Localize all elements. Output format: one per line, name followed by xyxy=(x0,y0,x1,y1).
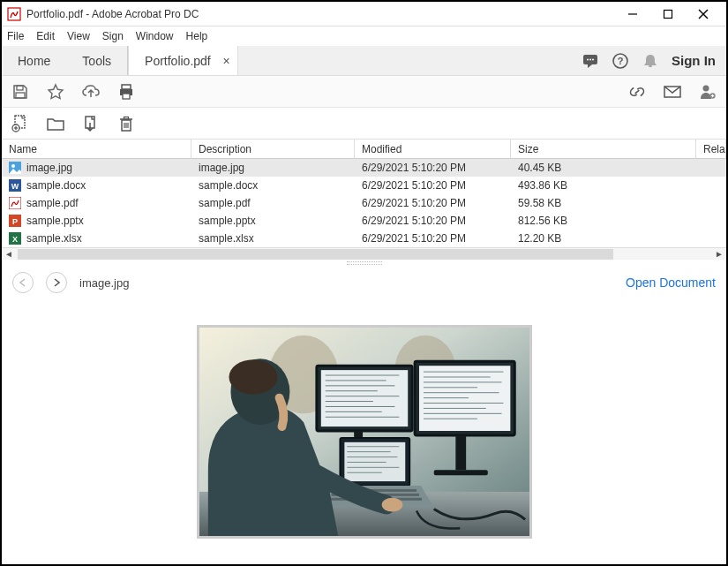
svg-point-33 xyxy=(11,164,15,168)
cell-relationship xyxy=(696,212,726,230)
svg-rect-69 xyxy=(433,470,487,475)
preview-pane xyxy=(2,298,726,564)
cell-size: 812.56 KB xyxy=(511,212,696,230)
tab-bar: Home Tools Portfolio.pdf × ? Sign In xyxy=(2,46,726,76)
docx-file-icon: W xyxy=(9,179,21,192)
maximize-button[interactable] xyxy=(650,3,686,26)
cell-name: sample.docx xyxy=(26,179,86,192)
add-file-icon[interactable] xyxy=(11,114,30,133)
menu-window[interactable]: Window xyxy=(136,30,174,42)
horizontal-scrollbar[interactable]: ◄ ► xyxy=(2,247,726,260)
open-document-link[interactable]: Open Document xyxy=(626,275,716,290)
svg-text:W: W xyxy=(11,182,19,191)
window-controls xyxy=(615,3,721,26)
preview-back-button[interactable] xyxy=(12,272,34,293)
close-button[interactable] xyxy=(686,3,721,26)
menubar: File Edit View Sign Window Help xyxy=(2,26,726,46)
pdf-file-icon xyxy=(9,197,21,209)
cell-name: sample.pptx xyxy=(26,215,84,227)
cell-relationship xyxy=(696,159,726,177)
cell-desc: sample.xlsx xyxy=(191,230,355,247)
cell-desc: sample.docx xyxy=(191,177,355,194)
bell-icon[interactable] xyxy=(642,52,659,70)
trash-icon[interactable] xyxy=(116,114,136,133)
menu-sign[interactable]: Sign xyxy=(102,30,124,42)
svg-point-17 xyxy=(703,85,709,91)
jpg-file-icon xyxy=(9,162,21,174)
xlsx-file-icon: X xyxy=(9,232,21,245)
svg-text:P: P xyxy=(12,217,18,226)
col-modified[interactable]: Modified xyxy=(355,140,511,159)
svg-rect-46 xyxy=(320,370,407,426)
tab-close-icon[interactable]: × xyxy=(223,54,230,68)
folder-icon[interactable] xyxy=(46,114,65,133)
help-icon[interactable]: ? xyxy=(612,52,629,70)
save-icon[interactable] xyxy=(11,82,30,102)
file-table: Name Description Modified Size Relations… xyxy=(2,140,726,247)
menu-file[interactable]: File xyxy=(7,30,24,42)
col-size[interactable]: Size xyxy=(511,140,696,159)
col-description[interactable]: Description xyxy=(191,140,355,159)
cell-modified: 6/29/2021 5:10:20 PM xyxy=(355,230,511,247)
cell-name: sample.xlsx xyxy=(26,232,82,245)
preview-image xyxy=(197,325,532,539)
preview-filename: image.jpg xyxy=(79,276,129,290)
acrobat-app-icon xyxy=(7,7,21,21)
extract-icon[interactable] xyxy=(81,114,101,133)
cell-relationship xyxy=(696,177,726,194)
cell-desc: image.jpg xyxy=(191,159,355,177)
svg-rect-15 xyxy=(123,94,130,99)
window-title: Portfolio.pdf - Adobe Acrobat Pro DC xyxy=(26,8,615,20)
svg-rect-28 xyxy=(124,117,129,119)
splitter-grip[interactable] xyxy=(2,260,726,267)
cell-modified: 6/29/2021 5:10:20 PM xyxy=(355,159,511,177)
tab-home[interactable]: Home xyxy=(2,46,66,75)
svg-text:?: ? xyxy=(618,56,624,66)
cell-desc: sample.pptx xyxy=(191,212,355,230)
svg-rect-57 xyxy=(419,366,510,431)
col-relationship[interactable]: Relationship xyxy=(696,140,726,159)
menu-view[interactable]: View xyxy=(67,30,90,42)
cell-size: 493.86 KB xyxy=(511,177,696,194)
link-icon[interactable] xyxy=(627,82,647,102)
star-icon[interactable] xyxy=(46,82,65,102)
cloud-upload-icon[interactable] xyxy=(81,82,101,102)
cell-modified: 6/29/2021 5:10:20 PM xyxy=(355,212,511,230)
svg-rect-2 xyxy=(664,10,672,18)
svg-point-7 xyxy=(589,58,591,60)
menu-edit[interactable]: Edit xyxy=(36,30,55,42)
svg-point-6 xyxy=(587,58,589,60)
svg-point-86 xyxy=(381,497,402,511)
preview-toolbar: image.jpg Open Document xyxy=(2,267,726,298)
scroll-left-arrow[interactable]: ◄ xyxy=(4,249,14,259)
mail-icon[interactable] xyxy=(663,82,682,102)
cell-size: 40.45 KB xyxy=(511,159,696,177)
titlebar: Portfolio.pdf - Adobe Acrobat Pro DC xyxy=(2,2,726,26)
chat-icon[interactable] xyxy=(582,52,599,70)
cell-name: sample.pdf xyxy=(26,197,79,209)
tab-tools[interactable]: Tools xyxy=(66,46,127,75)
preview-forward-button[interactable] xyxy=(46,272,67,293)
scroll-track[interactable] xyxy=(18,249,710,260)
cell-modified: 6/29/2021 5:10:20 PM xyxy=(355,177,511,194)
svg-rect-68 xyxy=(455,434,466,469)
svg-point-85 xyxy=(229,359,277,394)
menu-help[interactable]: Help xyxy=(186,30,208,42)
pptx-file-icon: P xyxy=(9,215,21,227)
col-name[interactable]: Name xyxy=(2,140,191,159)
svg-rect-72 xyxy=(344,441,405,480)
cell-relationship xyxy=(696,194,726,212)
tab-right-icons: ? Sign In xyxy=(571,46,726,75)
svg-rect-13 xyxy=(16,93,25,98)
cell-name: image.jpg xyxy=(26,162,72,174)
portfolio-toolbar xyxy=(2,108,726,140)
cell-size: 12.20 KB xyxy=(511,230,696,247)
sign-in-link[interactable]: Sign In xyxy=(672,53,716,68)
scroll-right-arrow[interactable]: ► xyxy=(714,249,724,259)
person-add-icon[interactable] xyxy=(698,82,717,102)
tab-document[interactable]: Portfolio.pdf × xyxy=(128,46,238,75)
print-icon[interactable] xyxy=(116,82,136,102)
cell-relationship xyxy=(696,230,726,247)
minimize-button[interactable] xyxy=(615,3,650,26)
svg-text:X: X xyxy=(12,235,18,244)
